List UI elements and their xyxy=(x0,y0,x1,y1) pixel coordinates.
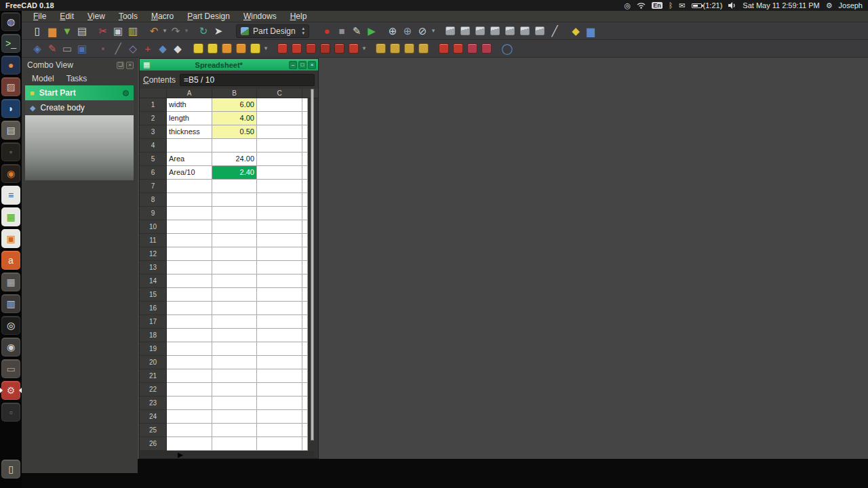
cell-B10[interactable] xyxy=(212,220,257,234)
column-header-C[interactable]: C xyxy=(257,89,302,98)
subtractive-loft-icon[interactable] xyxy=(320,43,330,54)
migrate-icon[interactable]: ◯ xyxy=(500,42,515,56)
row-header-4[interactable]: 4 xyxy=(140,139,167,152)
cell-B22[interactable] xyxy=(212,383,257,396)
groove-icon[interactable] xyxy=(306,43,316,54)
maximize-button[interactable]: □ xyxy=(298,61,307,69)
launcher-amazon[interactable]: a xyxy=(1,251,20,270)
launcher-image-editor[interactable]: ▨ xyxy=(1,77,20,96)
launcher-libreoffice-impress[interactable]: ▣ xyxy=(1,229,20,248)
cell-C9[interactable] xyxy=(257,207,302,220)
cell-B24[interactable] xyxy=(212,410,257,424)
datum-plane-icon[interactable]: ◇ xyxy=(125,42,140,56)
datum-point-icon[interactable]: • xyxy=(96,42,111,56)
create-group-icon[interactable]: ▆ xyxy=(583,24,598,38)
row-header-11[interactable]: 11 xyxy=(140,234,167,247)
cell-A8[interactable] xyxy=(167,193,212,207)
cell-B16[interactable] xyxy=(212,302,257,315)
cell-C3[interactable] xyxy=(257,125,302,139)
clock[interactable]: Sat May 11 2:59:11 PM xyxy=(743,1,819,9)
mail-icon[interactable]: ✉ xyxy=(679,2,685,9)
additive-loft-icon[interactable] xyxy=(222,43,232,54)
undo-caret-icon[interactable]: ▾ xyxy=(161,24,168,38)
cell-C13[interactable] xyxy=(257,261,302,274)
user-name[interactable]: Joseph xyxy=(839,1,863,9)
launcher-libreoffice-writer[interactable]: ≡ xyxy=(1,186,20,205)
open-document-icon[interactable]: ▆ xyxy=(45,24,60,38)
draft-icon[interactable] xyxy=(467,43,477,54)
cell-B23[interactable] xyxy=(212,396,257,410)
macro-run-icon[interactable]: ▶ xyxy=(364,24,379,38)
row-header-18[interactable]: 18 xyxy=(140,329,167,342)
cell-B2[interactable]: 4.00 xyxy=(212,112,257,125)
shape-binder-icon[interactable]: ◆ xyxy=(155,42,170,56)
launcher-freecad[interactable]: ⚙ xyxy=(1,381,20,400)
launcher-dash[interactable]: ◍ xyxy=(1,12,20,31)
launcher-workspace-switcher[interactable]: ▫ xyxy=(1,403,20,422)
cell-C19[interactable] xyxy=(257,342,302,356)
launcher-calculator[interactable]: ▥ xyxy=(1,294,20,313)
launcher-firefox[interactable]: ● xyxy=(1,56,20,75)
task-start-part[interactable]: ■ Start Part xyxy=(25,85,134,100)
row-header-20[interactable]: 20 xyxy=(140,356,167,369)
row-header-9[interactable]: 9 xyxy=(140,207,167,220)
cell-C7[interactable] xyxy=(257,180,302,193)
view-isometric-icon[interactable] xyxy=(446,26,455,35)
macro-record-icon[interactable]: ● xyxy=(319,24,334,38)
row-header-10[interactable]: 10 xyxy=(140,220,167,234)
cell-B1[interactable]: 6.00 xyxy=(212,98,257,112)
view-front-icon[interactable] xyxy=(460,26,470,35)
measure-distance-icon[interactable]: ╱ xyxy=(547,24,562,38)
row-header-21[interactable]: 21 xyxy=(140,369,167,383)
cell-C20[interactable] xyxy=(257,356,302,369)
row-header-24[interactable]: 24 xyxy=(140,410,167,424)
cell-C22[interactable] xyxy=(257,383,302,396)
cell-A4[interactable] xyxy=(167,139,212,152)
tab-model[interactable]: Model xyxy=(27,73,59,84)
refresh-icon[interactable]: ↻ xyxy=(196,24,211,38)
bluetooth-icon[interactable]: ᛒ xyxy=(669,2,673,9)
row-header-25[interactable]: 25 xyxy=(140,424,167,437)
launcher-thunderbird[interactable]: ◗ xyxy=(1,99,20,118)
view-left-icon[interactable] xyxy=(535,26,545,35)
volume-icon[interactable] xyxy=(728,2,736,9)
row-header-14[interactable]: 14 xyxy=(140,274,167,288)
menu-file[interactable]: File xyxy=(27,11,52,22)
whats-this-icon[interactable]: ➤ xyxy=(211,24,226,38)
menu-view[interactable]: View xyxy=(81,11,111,22)
cell-C18[interactable] xyxy=(257,329,302,342)
cell-B20[interactable] xyxy=(212,356,257,369)
vertical-scrollbar[interactable] xyxy=(311,89,314,441)
cell-A25[interactable] xyxy=(167,424,212,437)
cell-A23[interactable] xyxy=(167,396,212,410)
mirrored-icon[interactable] xyxy=(376,43,386,54)
cell-A21[interactable] xyxy=(167,369,212,383)
cell-A11[interactable] xyxy=(167,234,212,247)
create-body-icon[interactable]: ◈ xyxy=(30,42,45,56)
row-header-26[interactable]: 26 xyxy=(140,437,167,451)
cell-B11[interactable] xyxy=(212,234,257,247)
launcher-file-manager[interactable]: ▤ xyxy=(1,121,20,140)
thickness-icon[interactable] xyxy=(481,43,492,54)
cell-A15[interactable] xyxy=(167,288,212,302)
fit-selection-icon[interactable]: ⊕ xyxy=(400,24,415,38)
cell-A6[interactable]: Area/10 xyxy=(167,166,212,180)
row-header-3[interactable]: 3 xyxy=(140,125,167,139)
menu-macro[interactable]: Macro xyxy=(145,11,180,22)
cell-A14[interactable] xyxy=(167,274,212,288)
subtractive-pipe-icon[interactable] xyxy=(334,43,344,54)
tab-tasks[interactable]: Tasks xyxy=(62,73,92,84)
battery-indicator[interactable]: (1:21) xyxy=(692,1,723,9)
view-right-icon[interactable] xyxy=(490,26,500,35)
cell-A9[interactable] xyxy=(167,207,212,220)
save-document-icon[interactable]: ▼ xyxy=(60,24,75,38)
additive-primitive-icon[interactable] xyxy=(250,43,260,54)
launcher-trash[interactable]: ▯ xyxy=(1,460,20,479)
redo-icon[interactable]: ↷ xyxy=(168,24,183,38)
cell-C4[interactable] xyxy=(257,139,302,152)
cell-A20[interactable] xyxy=(167,356,212,369)
launcher-terminal[interactable]: >_ xyxy=(1,34,20,53)
cell-A1[interactable]: width xyxy=(167,98,212,112)
additive-pipe-icon[interactable] xyxy=(236,43,246,54)
draw-style-caret-icon[interactable]: ▾ xyxy=(430,24,437,38)
